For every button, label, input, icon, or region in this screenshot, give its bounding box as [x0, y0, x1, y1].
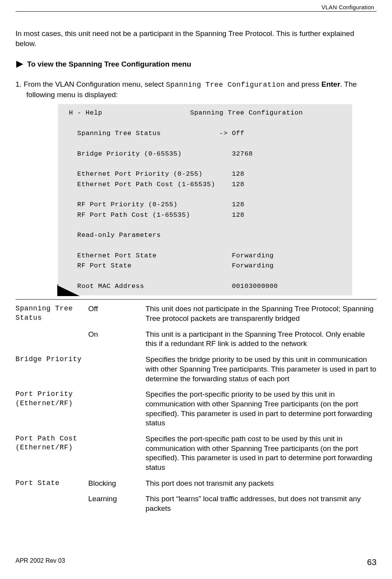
param-description: This port “learns” local traffic address… [146, 494, 377, 513]
step-mono: Spanning Tree Configuration [166, 81, 285, 89]
parameter-table: Spanning Tree StatusOffThis unit does no… [15, 299, 377, 513]
param-name: Port Path Cost (Ethernet/RF) [15, 434, 85, 473]
page-number: 63 [367, 557, 377, 567]
param-value: Learning [88, 494, 142, 513]
param-name: Port Priority (Ethernet/RF) [15, 390, 85, 428]
param-description: Specifies the bridge priority to be used… [146, 355, 377, 384]
step-text-b: and press [285, 80, 322, 88]
footer-left: APR 2002 Rev 03 [15, 557, 65, 567]
param-value: On [88, 330, 142, 349]
arrow-icon [15, 60, 24, 69]
running-header: VLAN Configuration [15, 4, 377, 10]
step-text-a: From the VLAN Configuration menu, select [24, 80, 166, 88]
intro-paragraph: In most cases, this unit need not be a p… [15, 29, 377, 48]
param-value: Off [88, 304, 142, 323]
param-value [88, 390, 142, 428]
param-name: Bridge Priority [15, 355, 85, 384]
param-name [15, 494, 85, 513]
param-description: Specifies the port-specific priority to … [146, 390, 377, 428]
param-name: Spanning Tree Status [15, 304, 85, 323]
terminal-menu: H - Help Spanning Tree Configuration Spa… [58, 104, 352, 295]
menu-wrap: H - Help Spanning Tree Configuration Spa… [15, 104, 377, 295]
param-value [88, 434, 142, 473]
param-description: This port does not transmit any packets [146, 479, 377, 488]
page: VLAN Configuration In most cases, this u… [0, 0, 392, 579]
param-value: Blocking [88, 479, 142, 488]
param-name [15, 330, 85, 349]
param-value [88, 355, 142, 384]
procedure-heading: To view the Spanning Tree Configuration … [15, 60, 377, 69]
param-description: This unit is a participant in the Spanni… [146, 330, 377, 349]
param-description: Specifies the port-specific path cost to… [146, 434, 377, 473]
step-number: 1. [15, 80, 24, 88]
page-footer: APR 2002 Rev 03 63 [15, 557, 377, 567]
header-rule [15, 11, 377, 12]
param-name: Port State [15, 479, 85, 488]
step-bold: Enter [322, 80, 341, 88]
procedure-title: To view the Spanning Tree Configuration … [27, 60, 191, 69]
svg-marker-0 [16, 61, 23, 68]
step-1: 1. From the VLAN Configuration menu, sel… [15, 79, 377, 99]
param-description: This unit does not participate in the Sp… [146, 304, 377, 323]
